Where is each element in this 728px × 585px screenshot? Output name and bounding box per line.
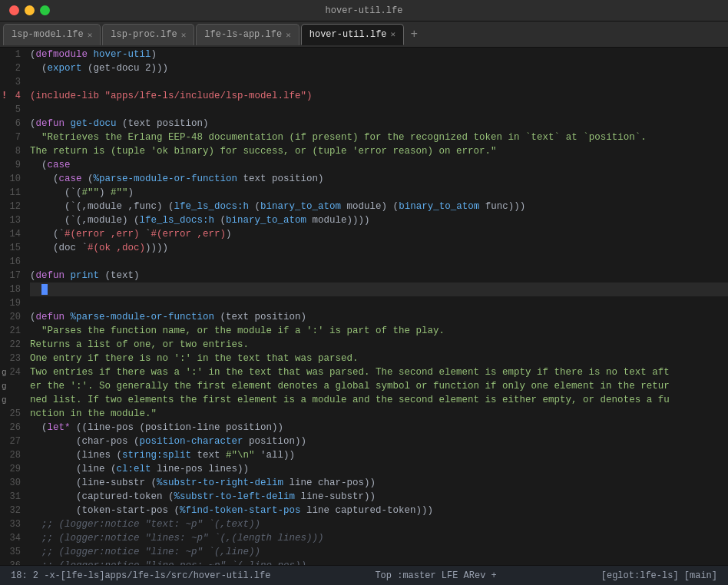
gutter-18: 18 — [0, 283, 27, 296]
gutter-24b — [0, 379, 27, 393]
tabbar: lsp-model.lfe ✕ lsp-proc.lfe ✕ lfe-ls-ap… — [0, 21, 728, 48]
gutter-16: 16 — [0, 255, 27, 269]
code-area[interactable]: 1 2 3 4 5 6 7 8 9 10 11 12 13 14 15 16 1… — [0, 48, 728, 565]
line-6: (defun get-docu (text position) — [30, 117, 728, 131]
line-30: (captured-token (%substr-to-left-delim l… — [30, 490, 728, 504]
tab-lsp-proc[interactable]: lsp-proc.lfe ✕ — [102, 24, 194, 45]
gutter-3: 3 — [0, 75, 27, 89]
gutter-14: 14 — [0, 227, 27, 241]
minimize-button[interactable] — [25, 5, 35, 15]
window-title: hover-util.lfe — [326, 5, 403, 16]
tab-close-icon[interactable]: ✕ — [181, 30, 187, 40]
gutter-8: 8 — [0, 144, 27, 158]
tab-close-icon[interactable]: ✕ — [391, 29, 396, 39]
statusbar: 18: 2 -x-[lfe-ls]apps/lfe-ls/src/hover-u… — [0, 565, 728, 585]
statusbar-left: 18: 2 -x-[lfe-ls]apps/lfe-ls/src/hover-u… — [6, 570, 275, 581]
tab-label: lsp-model.lfe — [12, 29, 84, 40]
statusbar-scroll: Top :master LFE ARev + — [370, 570, 501, 581]
line-17: (defun print (text) — [30, 269, 728, 283]
line-27: (lines (string:split text #"\n" 'all)) — [30, 448, 728, 462]
new-tab-button[interactable]: + — [405, 26, 422, 43]
line-8: The return is (tuple 'ok binary) for suc… — [30, 144, 728, 158]
gutter-11: 11 — [0, 186, 27, 200]
gutter-26: 26 — [0, 421, 27, 435]
gutter-6: 6 — [0, 117, 27, 131]
editor: 1 2 3 4 5 6 7 8 9 10 11 12 13 14 15 16 1… — [0, 48, 728, 565]
line-9: (case — [30, 158, 728, 172]
gutter-23: 23 — [0, 352, 27, 365]
line-22: Returns a list of one, or two entries. — [30, 338, 728, 352]
gutter-7: 7 — [0, 131, 27, 144]
line-34: ;; (logger:notice "line: ~p" `(,line)) — [30, 545, 728, 559]
gutter-2: 2 — [0, 61, 27, 75]
code-content[interactable]: (defmodule hover-util) (export (get-docu… — [27, 48, 728, 565]
statusbar-mode: [eglot:lfe-ls] [main] — [597, 570, 722, 581]
tab-lsp-model[interactable]: lsp-model.lfe ✕ — [3, 24, 101, 45]
line-14: (`#(error ,err) `#(error ,err)) — [30, 227, 728, 241]
gutter-28: 28 — [0, 448, 27, 462]
gutter-12: 12 — [0, 200, 27, 213]
gutter-33: 33 — [0, 517, 27, 531]
line-33: ;; (logger:notice "lines: ~p" `(,(length… — [30, 531, 728, 545]
line-24: Two entries if there was a ':' in the te… — [30, 365, 728, 379]
statusbar-center: Top :master LFE ARev + — [275, 570, 596, 581]
line-29: (line-substr (%substr-to-right-delim lin… — [30, 476, 728, 490]
line-numbers: 1 2 3 4 5 6 7 8 9 10 11 12 13 14 15 16 1… — [0, 48, 27, 565]
gutter-31: 31 — [0, 490, 27, 504]
gutter-19: 19 — [0, 296, 27, 310]
gutter-32: 32 — [0, 504, 27, 517]
line-13: (`(,module) (lfe_ls_docs:h (binary_to_at… — [30, 213, 728, 227]
line-24wrap2: ned list. If two elements the first elem… — [30, 393, 728, 407]
gutter-17: 17 — [0, 269, 27, 283]
gutter-35: 35 — [0, 545, 27, 559]
gutter-24c — [0, 393, 27, 407]
line-2: (export (get-docu 2))) — [30, 61, 728, 75]
tab-label: hover-util.lfe — [309, 29, 387, 40]
line-7: "Retrieves the Erlang EEP-48 documentati… — [30, 131, 728, 144]
line-18 — [30, 283, 728, 296]
line-23: One entry if there is no ':' in the text… — [30, 352, 728, 365]
gutter-13: 13 — [0, 213, 27, 227]
gutter-5: 5 — [0, 103, 27, 117]
line-5 — [30, 103, 728, 117]
line-32: ;; (logger:notice "text: ~p" `(,text)) — [30, 517, 728, 531]
line-1: (defmodule hover-util) — [30, 48, 728, 61]
window-controls — [9, 5, 50, 15]
tab-close-icon[interactable]: ✕ — [286, 30, 291, 40]
gutter-34: 34 — [0, 531, 27, 545]
tab-label: lsp-proc.lfe — [111, 29, 177, 40]
line-24wrap3: nction in the module." — [30, 407, 728, 421]
gutter-10: 10 — [0, 172, 27, 186]
line-21: "Parses the function name, or the module… — [30, 324, 728, 338]
line-11: (`(#"") #"") — [30, 186, 728, 200]
maximize-button[interactable] — [40, 5, 50, 15]
line-15: (doc `#(ok ,doc))))) — [30, 241, 728, 255]
gutter-25: 25 — [0, 407, 27, 421]
line-26: (char-pos (position-character position)) — [30, 435, 728, 448]
tab-lfe-ls-app[interactable]: lfe-ls-app.lfe ✕ — [196, 24, 299, 45]
gutter-29: 29 — [0, 462, 27, 476]
close-button[interactable] — [9, 5, 19, 15]
statusbar-position: 18: 2 -x-[lfe-ls]apps/lfe-ls/src/hover-u… — [6, 570, 275, 581]
line-12: (`(,module ,func) (lfe_ls_docs:h (binary… — [30, 200, 728, 213]
gutter-1: 1 — [0, 48, 27, 61]
gutter-20: 20 — [0, 310, 27, 324]
line-25: (let* ((line-pos (position-line position… — [30, 421, 728, 435]
gutter-21: 21 — [0, 324, 27, 338]
tab-hover-util[interactable]: hover-util.lfe ✕ — [301, 24, 404, 45]
statusbar-right: [eglot:lfe-ls] [main] — [597, 570, 722, 581]
line-16 — [30, 255, 728, 269]
tab-close-icon[interactable]: ✕ — [88, 30, 93, 40]
gutter-22: 22 — [0, 338, 27, 352]
gutter-27: 27 — [0, 435, 27, 448]
line-24wrap1: er the ':'. So generally the first eleme… — [30, 379, 728, 393]
line-19 — [30, 296, 728, 310]
gutter-30: 30 — [0, 476, 27, 490]
line-10: (case (%parse-module-or-function text po… — [30, 172, 728, 186]
line-28: (line (cl:elt line-pos lines)) — [30, 462, 728, 476]
line-20: (defun %parse-module-or-function (text p… — [30, 310, 728, 324]
gutter-9: 9 — [0, 158, 27, 172]
tab-label: lfe-ls-app.lfe — [204, 29, 282, 40]
titlebar: hover-util.lfe — [0, 0, 728, 21]
line-35: ;; (logger:notice "line-pos: ~p" `(,line… — [30, 559, 728, 565]
